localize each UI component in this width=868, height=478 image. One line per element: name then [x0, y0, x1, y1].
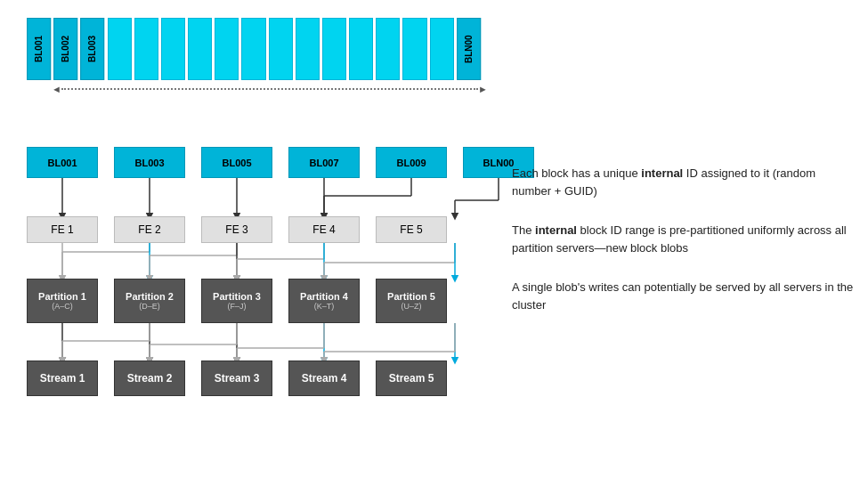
block-empty-8	[296, 18, 320, 80]
bl-block-4: BL009	[376, 147, 447, 178]
partition-block-3: Partition 4 (K–T)	[288, 279, 360, 323]
text-block-1: Each block has a unique internal ID assi…	[512, 165, 855, 199]
stream-block-1: Stream 2	[114, 361, 185, 396]
fe-block-4: FE 5	[376, 216, 447, 243]
arrow-line	[61, 88, 478, 90]
top-blocks-section: BL001 BL002 BL003 BLN00 ◄ ►	[27, 18, 481, 94]
block-empty-11	[376, 18, 400, 80]
bl-block-0: BL001	[27, 147, 98, 178]
top-arrow-row: ◄ ►	[52, 84, 488, 94]
fe-block-0: FE 1	[27, 216, 98, 243]
fe-blocks-row: FE 1 FE 2 FE 3 FE 4 FE 5	[27, 216, 463, 243]
block-empty-13	[430, 18, 454, 80]
stream-block-0: Stream 1	[27, 361, 98, 396]
stream-block-4: Stream 5	[376, 361, 447, 396]
partition-block-2: Partition 3 (F–J)	[201, 279, 272, 323]
block-bl001: BL001	[27, 18, 51, 80]
stream-block-2: Stream 3	[201, 361, 272, 396]
block-empty-3	[161, 18, 185, 80]
block-bln00: BLN00	[457, 18, 481, 80]
block-bl002: BL002	[53, 18, 77, 80]
text-block-3-text: A single blob's writes can potentially b…	[512, 280, 853, 312]
block-empty-10	[349, 18, 373, 80]
partition-blocks-row: Partition 1 (A–C) Partition 2 (D–E) Part…	[27, 279, 463, 323]
partition-block-4: Partition 5 (U–Z)	[376, 279, 447, 323]
arrow-left-icon: ◄	[52, 84, 61, 94]
block-empty-6	[241, 18, 265, 80]
fe-block-1: FE 2	[114, 216, 185, 243]
block-empty-4	[188, 18, 212, 80]
bl-blocks-row: BL001 BL003 BL005 BL007 BL009 BLN00	[27, 147, 550, 178]
block-empty-5	[215, 18, 239, 80]
block-empty-1	[108, 18, 132, 80]
top-blocks-row: BL001 BL002 BL003 BLN00	[27, 18, 481, 80]
text-block-1-pre: Each block has a unique	[512, 166, 641, 180]
block-empty-12	[402, 18, 426, 80]
text-block-2-pre: The	[512, 223, 535, 237]
block-bl003: BL003	[80, 18, 104, 80]
partition-block-1: Partition 2 (D–E)	[114, 279, 185, 323]
fe-block-3: FE 4	[288, 216, 360, 243]
bl-block-1: BL003	[114, 147, 185, 178]
stream-blocks-row: Stream 1 Stream 2 Stream 3 Stream 4 Stre…	[27, 361, 463, 396]
text-block-2-bold: internal	[535, 223, 577, 237]
bottom-diagram: BL001 BL003 BL005 BL007 BL009 BLN00 FE 1…	[27, 147, 507, 450]
stream-block-3: Stream 4	[288, 361, 360, 396]
bl-block-2: BL005	[201, 147, 272, 178]
block-empty-7	[269, 18, 293, 80]
text-block-1-bold: internal	[641, 166, 683, 180]
text-block-3: A single blob's writes can potentially b…	[512, 279, 855, 313]
block-empty-9	[322, 18, 346, 80]
block-empty-2	[134, 18, 158, 80]
arrow-right-icon: ►	[478, 84, 488, 94]
partition-block-0: Partition 1 (A–C)	[27, 279, 98, 323]
fe-block-2: FE 3	[201, 216, 272, 243]
right-panel: Each block has a unique internal ID assi…	[512, 165, 855, 336]
text-block-2: The internal block ID range is pre-parti…	[512, 222, 855, 256]
bl-block-3: BL007	[288, 147, 360, 178]
